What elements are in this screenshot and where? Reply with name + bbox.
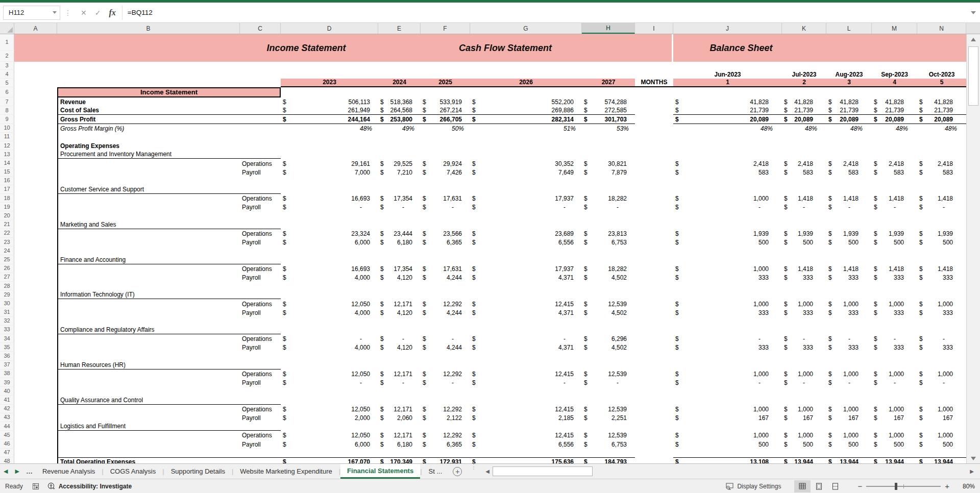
sheet-cell[interactable] [673, 87, 782, 97]
sheet-cell[interactable]: $6,000 [281, 238, 378, 246]
sheet-cell[interactable]: $- [421, 378, 470, 387]
column-header-N[interactable]: N [917, 23, 966, 34]
row-number-30[interactable]: 30 [0, 299, 14, 308]
page-break-view-button[interactable] [827, 480, 843, 492]
sheet-cell[interactable]: $29,525 [378, 159, 421, 167]
sheet-cell[interactable]: $333 [917, 308, 966, 317]
sheet-cell[interactable] [470, 177, 582, 185]
sheet-cell[interactable] [240, 185, 281, 194]
sheet-cell[interactable] [421, 255, 470, 264]
sheet-cell[interactable] [57, 308, 240, 317]
sheet-cell[interactable] [635, 264, 673, 273]
year-header[interactable]: 2025 [421, 79, 470, 87]
sheet-cell[interactable] [782, 150, 826, 159]
row-number-40[interactable]: 40 [0, 387, 14, 396]
sheet-cell[interactable]: $1,000 [872, 431, 917, 439]
sheet-cell[interactable] [57, 246, 240, 255]
select-all-corner[interactable] [0, 23, 14, 34]
sheet-cell[interactable] [57, 343, 240, 352]
sheet-cell[interactable] [470, 449, 582, 457]
sheet-cell[interactable]: $6,556 [470, 439, 582, 448]
sheet-cell[interactable] [14, 211, 57, 220]
sheet-cell[interactable]: $41,828 [826, 97, 872, 106]
sheet-cell[interactable] [14, 133, 57, 141]
sheet-cell[interactable] [421, 141, 470, 150]
sheet-cell[interactable] [14, 299, 57, 308]
sheet-cell[interactable] [57, 378, 240, 387]
sheet-cell[interactable] [826, 290, 872, 299]
zoom-in-button[interactable]: + [941, 482, 953, 490]
sheet-cell[interactable]: $12,539 [582, 405, 635, 413]
sheet-cell[interactable] [378, 211, 421, 220]
row-label[interactable]: Gross Profit [57, 115, 240, 124]
sheet-cell[interactable]: $583 [782, 168, 826, 177]
row-number-24[interactable]: 24 [0, 246, 14, 255]
sheet-cell[interactable]: $2,418 [872, 159, 917, 167]
sheet-cell[interactable] [635, 62, 673, 70]
sheet-cell[interactable] [14, 246, 57, 255]
sheet-cell[interactable]: $12,050 [281, 431, 378, 439]
zoom-out-button[interactable]: − [853, 482, 866, 490]
row-number-43[interactable]: 43 [0, 413, 14, 422]
sheet-cell[interactable] [782, 133, 826, 141]
sheet-cell[interactable] [14, 352, 57, 360]
sheet-cell[interactable]: $12,539 [582, 369, 635, 378]
sheet-cell[interactable] [14, 141, 57, 150]
sheet-cell[interactable]: $12,050 [281, 369, 378, 378]
row-number-19[interactable]: 19 [0, 203, 14, 211]
year-header[interactable]: 2027 [582, 79, 635, 87]
sheet-cell[interactable]: $1,000 [826, 369, 872, 378]
sheet-cell[interactable]: $583 [917, 168, 966, 177]
sheet-cell[interactable] [582, 51, 635, 62]
sheet-cell[interactable] [635, 387, 673, 396]
sheet-cell[interactable]: $41,828 [782, 97, 826, 106]
sheet-cell[interactable] [470, 422, 582, 431]
sheet-cell[interactable] [240, 62, 281, 70]
column-header-K[interactable]: K [782, 23, 826, 34]
sheet-cell[interactable] [872, 317, 917, 326]
row-number-25[interactable]: 25 [0, 255, 14, 264]
scroll-down-button[interactable] [967, 453, 980, 463]
sheet-cell[interactable] [782, 290, 826, 299]
row-sublabel[interactable]: Payroll [240, 378, 281, 387]
sheet-cell[interactable] [378, 133, 421, 141]
sheet-cell[interactable]: $172,931 [421, 457, 470, 463]
sheet-tab-supporting-details[interactable]: Supporting Details [164, 464, 232, 479]
sheet-cell[interactable] [281, 133, 378, 141]
sheet-cell[interactable]: $1,000 [917, 299, 966, 308]
sheet-cell[interactable] [240, 124, 281, 133]
sheet-cell[interactable]: $4,502 [582, 308, 635, 317]
sheet-cell[interactable] [826, 220, 872, 229]
section-header-box[interactable]: Income Statement [57, 87, 281, 97]
sheet-cell[interactable] [826, 326, 872, 334]
sheet-cell[interactable] [14, 326, 57, 334]
sheet-cell[interactable]: $1,939 [872, 229, 917, 238]
sheet-cell[interactable] [635, 422, 673, 431]
sheet-cell[interactable]: $17,937 [470, 194, 582, 203]
sheet-cell[interactable]: $1,000 [917, 369, 966, 378]
sheet-cell[interactable] [378, 326, 421, 334]
sheet-cell[interactable] [826, 282, 872, 290]
sheet-cell[interactable] [281, 352, 378, 360]
sheet-cell[interactable]: $- [782, 203, 826, 211]
sheet-cell[interactable]: $30,352 [470, 159, 582, 167]
sheet-cell[interactable]: $- [582, 203, 635, 211]
sheet-cell[interactable] [470, 387, 582, 396]
sheet-cell[interactable] [14, 203, 57, 211]
horizontal-scrollbar[interactable]: ◀ ▶ [482, 464, 978, 479]
cancel-icon[interactable]: ✕ [81, 9, 87, 17]
sheet-cell[interactable] [635, 87, 673, 97]
sheet-cell[interactable] [673, 255, 782, 264]
sheet-cell[interactable] [782, 62, 826, 70]
sheet-cell[interactable] [421, 133, 470, 141]
month-number-header[interactable]: 5 [917, 79, 966, 87]
scroll-up-button[interactable] [967, 34, 980, 44]
sheet-cell[interactable]: $1,000 [872, 405, 917, 413]
sheet-cell[interactable] [14, 150, 57, 159]
row-number-23[interactable]: 23 [0, 238, 14, 246]
sheet-cell[interactable]: $333 [673, 273, 782, 282]
sheet-cell[interactable]: $4,120 [378, 273, 421, 282]
sheet-cell[interactable] [14, 317, 57, 326]
sheet-cell[interactable] [470, 185, 582, 194]
sheet-cell[interactable]: $4,244 [421, 308, 470, 317]
